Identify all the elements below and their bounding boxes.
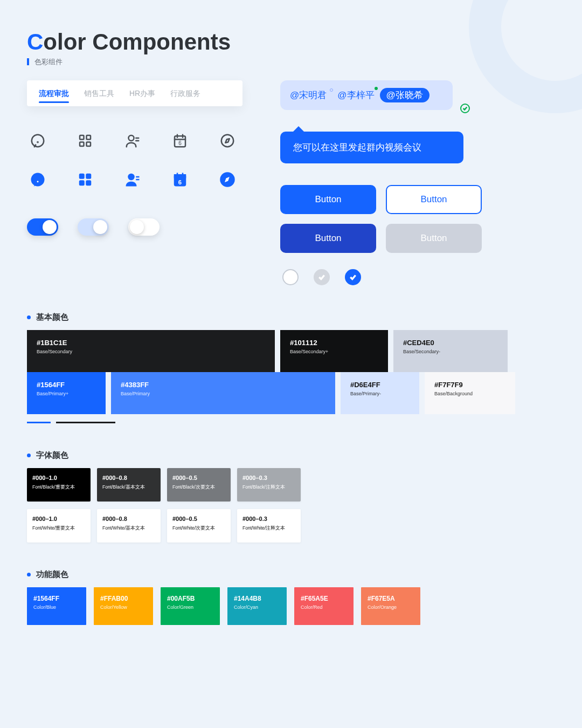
title-rest: olor Components — [43, 29, 231, 54]
svg-rect-2 — [80, 135, 84, 140]
button-disabled: Button — [386, 224, 482, 253]
svg-text:6: 6 — [178, 140, 182, 146]
tab-3[interactable]: 行政服务 — [163, 80, 208, 106]
button-primary[interactable]: Button — [280, 185, 376, 214]
svg-rect-18 — [136, 179, 139, 181]
swatch-CED4E0: #CED4E0Base/Secondary- — [393, 330, 508, 372]
svg-point-9 — [221, 135, 234, 147]
section-header-functional: 功能颜色 — [27, 569, 555, 580]
tab-bar: 流程审批销售工具HR办事行政服务 — [27, 80, 242, 106]
tab-2[interactable]: HR办事 — [122, 80, 163, 106]
functional-cyan: #14A4B8Color/Cyan — [227, 587, 287, 625]
svg-rect-22 — [182, 173, 184, 176]
compass-icon[interactable] — [217, 130, 238, 152]
tab-1[interactable]: 销售工具 — [77, 80, 122, 106]
mention-ring-icon — [330, 88, 333, 92]
grid-icon-solid[interactable] — [74, 169, 96, 190]
calendar-icon[interactable]: 6 — [169, 130, 191, 152]
page-title: Color Components — [27, 30, 555, 54]
functional-color-row: #1564FFColor/Blue#FFAB00Color/Yellow#00A… — [27, 587, 555, 625]
svg-point-0 — [32, 135, 44, 147]
fontbox-black: #000–0.8Font/Black/基本文本 — [97, 468, 161, 502]
user-icon-solid[interactable] — [122, 169, 143, 190]
swatch-D6E4FF: #D6E4FFBase/Primary- — [341, 372, 419, 414]
grid-icon[interactable] — [74, 130, 96, 152]
svg-rect-17 — [136, 176, 139, 178]
radio-blue-checked[interactable] — [345, 269, 361, 285]
toggle-off[interactable] — [128, 218, 160, 236]
swatch-1B1C1E: #1B1C1EBase/Secondary — [27, 330, 275, 372]
tab-0[interactable]: 流程审批 — [31, 80, 77, 106]
radio-row — [280, 269, 555, 285]
section-header-basic: 基本颜色 — [27, 312, 555, 322]
functional-green: #00AF5BColor/Green — [161, 587, 220, 625]
functional-blue: #1564FFColor/Blue — [27, 587, 86, 625]
svg-point-6 — [129, 135, 134, 141]
fontbox-white: #000–0.3Font/White/注释文本 — [237, 509, 301, 542]
fontbox-white: #000–1.0Font/White/重要文本 — [27, 509, 91, 542]
functional-red: #F65A5EColor/Red — [294, 587, 354, 625]
button-dark[interactable]: Button — [280, 224, 376, 253]
compass-icon-solid[interactable] — [217, 169, 238, 190]
svg-rect-3 — [87, 135, 91, 140]
svg-rect-12 — [79, 174, 85, 179]
mention-0[interactable]: @宋明君 — [290, 89, 329, 101]
page-subtitle: 色彩组件 — [27, 58, 555, 65]
swatch-F7F7F9: #F7F7F9Base/Background — [425, 372, 515, 414]
swatch-101112: #101112Base/Secondary+ — [280, 330, 388, 372]
chat-icon[interactable] — [27, 130, 48, 152]
swatch-4383FF: #4383FFBase/Primary — [111, 372, 335, 414]
svg-rect-20 — [174, 174, 186, 178]
scroll-indicator-active — [27, 422, 51, 423]
button-grid: Button Button Button Button — [280, 185, 555, 253]
swatch-1564FF: #1564FFBase/Primary+ — [27, 372, 106, 414]
toggle-on[interactable] — [27, 218, 58, 236]
check-circle-icon — [460, 104, 470, 113]
svg-rect-14 — [79, 180, 85, 186]
chat-icon-solid[interactable] — [27, 169, 48, 190]
fontbox-white: #000–0.8Font/White/基本文本 — [97, 509, 161, 542]
section-header-font: 字体颜色 — [27, 450, 555, 461]
svg-point-11 — [37, 181, 39, 182]
toggle-row — [27, 218, 253, 236]
button-outline[interactable]: Button — [386, 185, 482, 214]
mention-1[interactable]: @李梓平 — [337, 89, 376, 101]
radio-empty[interactable] — [282, 269, 299, 285]
basic-color-row-1: #1B1C1EBase/Secondary#101112Base/Seconda… — [27, 330, 555, 372]
scroll-indicator-track — [56, 422, 115, 423]
toggle-light[interactable] — [78, 218, 109, 236]
user-icon[interactable] — [122, 130, 143, 152]
outline-icon-grid: 6 6 — [27, 130, 253, 190]
mention-chip-box: @宋明君@李梓平@张晓希 — [280, 80, 453, 110]
svg-point-16 — [128, 174, 135, 181]
svg-point-10 — [31, 173, 45, 187]
fontbox-black: #000–0.5Font/Black/次要文本 — [167, 468, 231, 502]
radio-grey-checked[interactable] — [314, 269, 330, 285]
title-accent-letter: C — [27, 29, 43, 54]
basic-color-row-2: #1564FFBase/Primary+#4383FFBase/Primary#… — [27, 372, 555, 414]
svg-rect-13 — [86, 174, 91, 179]
svg-rect-5 — [87, 142, 91, 147]
fontbox-black: #000–1.0Font/Black/重要文本 — [27, 468, 91, 502]
svg-rect-21 — [177, 173, 178, 176]
mention-2[interactable]: @张晓希 — [380, 88, 429, 102]
fontbox-black: #000–0.3Font/Black/注释文本 — [237, 468, 301, 502]
functional-orange: #F67E5AColor/Orange — [361, 587, 420, 625]
svg-text:6: 6 — [178, 179, 182, 186]
fontbox-white: #000–0.5Font/White/次要文本 — [167, 509, 231, 542]
tooltip-bubble: 您可以在这里发起群内视频会议 — [280, 132, 463, 163]
functional-yellow: #FFAB00Color/Yellow — [94, 587, 153, 625]
font-white-row: #000–1.0Font/White/重要文本#000–0.8Font/Whit… — [27, 509, 555, 542]
calendar-icon-solid[interactable]: 6 — [169, 169, 191, 190]
svg-point-1 — [37, 142, 38, 142]
scroll-indicator — [27, 422, 555, 423]
font-black-row: #000–1.0Font/Black/重要文本#000–0.8Font/Blac… — [27, 468, 555, 502]
svg-rect-15 — [86, 180, 91, 186]
svg-rect-4 — [80, 142, 84, 147]
